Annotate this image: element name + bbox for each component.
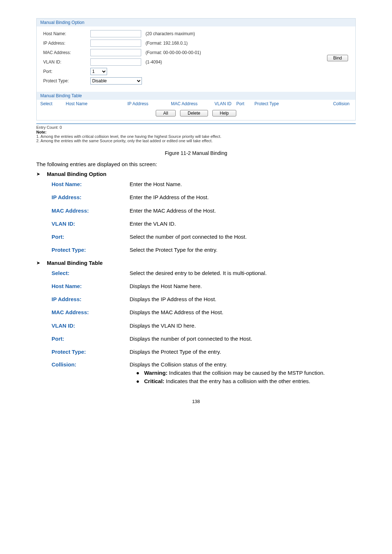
section-b-header: ➤ Manual Binding Table [36, 260, 356, 266]
manual-binding-panel: Manual Binding Option Host Name: (20 cha… [36, 18, 356, 120]
def-desc: Displays the VLAN ID here. [130, 322, 356, 329]
def-row: Select: Select the desired entry to be d… [52, 270, 356, 277]
option-body: Host Name: (20 characters maximum) IP Ad… [37, 26, 355, 92]
def-row: IP Address: Enter the IP Address of the … [52, 194, 356, 201]
def-desc: Select the desired entry to be deleted. … [130, 270, 356, 277]
def-term: Host Name: [52, 181, 130, 188]
input-hostname[interactable] [90, 30, 141, 37]
label-protect: Protect Type: [43, 78, 90, 83]
entry-count: Entry Count: 0 [36, 125, 356, 130]
def-desc: Enter the MAC Address of the Host. [130, 207, 356, 214]
def-term: Protect Type: [52, 348, 130, 356]
table-columns: Select Host Name IP Address MAC Address … [37, 100, 355, 108]
bullet-text: Critical: Indicates that the entry has a… [144, 378, 356, 384]
label-port: Port: [43, 69, 90, 74]
arrow-icon: ➤ [36, 260, 40, 266]
figure-caption: Figure 11-2 Manual Binding [36, 150, 356, 156]
help-button[interactable]: Help [212, 110, 237, 116]
bullet-rest: Indicates that the collision may be caus… [167, 370, 324, 376]
collision-bullets: ● Warning: Indicates that the collision … [136, 370, 356, 384]
col-mac: MAC Address [171, 101, 215, 106]
all-button[interactable]: All [156, 110, 176, 116]
row-ip: IP Address: (Format: 192.168.0.1) [43, 40, 349, 47]
def-term: MAC Address: [52, 309, 130, 316]
bullet-rest: Indicates that the entry has a collision… [164, 378, 310, 384]
row-mac: MAC Address: (Format: 00-00-00-00-00-01) [43, 49, 349, 56]
table-button-row: All Delete Help [37, 108, 355, 120]
def-term: Port: [52, 233, 130, 241]
select-port[interactable]: 1 [90, 68, 107, 75]
hint-mac: (Format: 00-00-00-00-00-01) [146, 50, 201, 55]
def-term: IP Address: [52, 296, 130, 303]
col-ptype: Protect Type [254, 101, 294, 106]
input-vlan[interactable] [90, 58, 141, 66]
hint-vlan: (1-4094) [146, 59, 162, 65]
col-select: Select [40, 101, 66, 106]
note-line-1: 1. Among the entries with critical colli… [36, 134, 356, 139]
def-desc: Enter the VLAN ID. [130, 220, 356, 227]
col-collision: Collision [294, 101, 352, 106]
page-number: 138 [36, 399, 356, 404]
section-a-title: Manual Binding Option [47, 171, 106, 177]
intro-text: The following entries are displayed on t… [36, 161, 356, 167]
def-term: Protect Type: [52, 246, 130, 254]
def-row: Port: Displays the number of port connec… [52, 335, 356, 342]
bullet-item: ● Warning: Indicates that the collision … [136, 370, 356, 376]
def-desc: Displays the MAC Address of the Host. [130, 309, 356, 316]
def-row: Host Name: Enter the Host Name. [52, 181, 356, 188]
note-label: Note: [36, 130, 356, 134]
bullet-dot-icon: ● [136, 370, 144, 376]
def-row: Protect Type: Select the Protect Type fo… [52, 246, 356, 254]
collision-top: Collision: Displays the Collision status… [52, 361, 356, 368]
col-port: Port [236, 101, 254, 106]
label-ip: IP Address: [43, 41, 90, 46]
bullet-text: Warning: Indicates that the collision ma… [144, 370, 356, 376]
section-a-header: ➤ Manual Binding Option [36, 171, 356, 177]
def-row: Protect Type: Displays the Protect Type … [52, 348, 356, 356]
bullet-item: ● Critical: Indicates that the entry has… [136, 378, 356, 384]
def-term: Host Name: [52, 283, 130, 290]
def-row: Port: Select the number of port connecte… [52, 233, 356, 241]
label-vlan: VLAN ID: [43, 59, 90, 65]
row-hostname: Host Name: (20 characters maximum) [43, 30, 349, 37]
option-section-header: Manual Binding Option [37, 19, 355, 26]
label-mac: MAC Address: [43, 50, 90, 55]
def-term: VLAN ID: [52, 220, 130, 227]
def-desc: Displays the Host Name here. [130, 283, 356, 290]
def-desc: Select the Protect Type for the entry. [130, 246, 356, 254]
def-term: IP Address: [52, 194, 130, 201]
arrow-icon: ➤ [36, 171, 40, 177]
def-desc: Enter the Host Name. [130, 181, 356, 188]
bullet-bold: Warning: [144, 370, 167, 376]
def-term: MAC Address: [52, 207, 130, 214]
def-desc: Displays the Protect Type of the entry. [130, 348, 356, 356]
label-hostname: Host Name: [43, 31, 90, 36]
col-vlan: VLAN ID [215, 101, 236, 106]
hint-hostname: (20 characters maximum) [146, 31, 195, 36]
input-ip[interactable] [90, 40, 141, 47]
def-desc: Displays the IP Address of the Host. [130, 296, 356, 303]
def-desc: Displays the number of port connected to… [130, 335, 356, 342]
note-line-2: 2. Among the entries with the same Sourc… [36, 139, 356, 143]
select-protect-type[interactable]: Disable [90, 77, 142, 85]
def-desc: Enter the IP Address of the Host. [130, 194, 356, 201]
delete-button[interactable]: Delete [180, 110, 208, 116]
def-row: MAC Address: Displays the MAC Address of… [52, 309, 356, 316]
def-row: VLAN ID: Displays the VLAN ID here. [52, 322, 356, 329]
row-protect: Protect Type: Disable [43, 77, 349, 85]
row-vlan: VLAN ID: (1-4094) [43, 58, 349, 66]
collision-desc: Displays the Collision status of the ent… [130, 361, 356, 368]
bullet-bold: Critical: [144, 378, 164, 384]
def-row: IP Address: Displays the IP Address of t… [52, 296, 356, 303]
divider [36, 123, 356, 124]
def-row: MAC Address: Enter the MAC Address of th… [52, 207, 356, 214]
hint-ip: (Format: 192.168.0.1) [146, 41, 188, 46]
col-ip: IP Address [127, 101, 171, 106]
input-mac[interactable] [90, 49, 141, 56]
bullet-dot-icon: ● [136, 378, 144, 384]
col-hostname: Host Name [66, 101, 127, 106]
def-row: Host Name: Displays the Host Name here. [52, 283, 356, 290]
bind-button[interactable]: Bind [327, 55, 348, 61]
def-term: VLAN ID: [52, 322, 130, 329]
collision-term: Collision: [52, 361, 130, 368]
